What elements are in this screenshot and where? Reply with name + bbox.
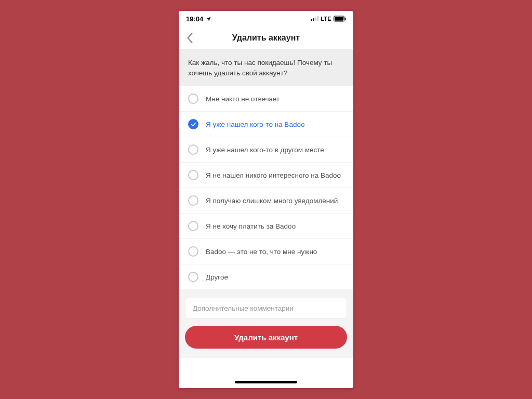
back-button[interactable]: [179, 26, 202, 49]
home-indicator: [179, 376, 353, 388]
reason-option[interactable]: Я получаю слишком много уведомлений: [179, 188, 353, 214]
svg-rect-5: [335, 17, 344, 20]
radio-selected-icon: [188, 119, 198, 129]
signal-icon: [311, 16, 318, 21]
status-bar: 19:04 LTE: [179, 11, 353, 26]
reason-label: Другое: [206, 273, 228, 281]
prompt-text: Как жаль, что ты нас покидаешь! Почему т…: [179, 49, 353, 86]
svg-rect-1: [313, 18, 314, 21]
radio-icon: [188, 94, 198, 104]
footer-area: Удалить аккаунт: [179, 289, 353, 358]
location-icon: [206, 16, 211, 22]
spacer: [179, 358, 353, 376]
reason-label: Мне никто не отвечает: [206, 95, 280, 103]
reason-label: Я уже нашел кого-то в другом месте: [206, 146, 324, 154]
radio-icon: [188, 246, 198, 257]
network-type: LTE: [321, 16, 331, 22]
nav-bar: Удалить аккаунт: [179, 26, 353, 49]
delete-account-button[interactable]: Удалить аккаунт: [185, 326, 347, 349]
phone-frame: 19:04 LTE: [179, 11, 353, 388]
comment-input[interactable]: [185, 298, 347, 318]
reason-option[interactable]: Badoo — это не то, что мне нужно: [179, 239, 353, 264]
reason-option[interactable]: Другое: [179, 264, 353, 289]
reason-label: Badoo — это не то, что мне нужно: [206, 248, 317, 256]
battery-icon: [334, 16, 346, 22]
page-title: Удалить аккаунт: [179, 33, 353, 43]
reason-label: Я не хочу платить за Badoo: [206, 222, 296, 230]
reason-option[interactable]: Я не хочу платить за Badoo: [179, 214, 353, 239]
radio-icon: [188, 272, 198, 282]
svg-rect-0: [311, 19, 312, 21]
reason-list: Мне никто не отвечаетЯ уже нашел кого-то…: [179, 86, 353, 289]
radio-icon: [188, 170, 198, 180]
reason-label: Я не нашел никого интересного на Badoo: [206, 171, 341, 179]
radio-icon: [188, 144, 198, 155]
reason-option[interactable]: Мне никто не отвечает: [179, 86, 353, 112]
svg-rect-3: [317, 16, 319, 21]
svg-rect-2: [315, 18, 316, 22]
reason-option[interactable]: Я уже нашел кого-то в другом месте: [179, 137, 353, 163]
reason-option[interactable]: Я уже нашел кого-то на Badoo: [179, 112, 353, 137]
reason-option[interactable]: Я не нашел никого интересного на Badoo: [179, 163, 353, 188]
svg-rect-6: [345, 18, 346, 20]
reason-label: Я уже нашел кого-то на Badoo: [206, 121, 304, 128]
status-time: 19:04: [186, 15, 203, 23]
radio-icon: [188, 221, 198, 231]
reason-label: Я получаю слишком много уведомлений: [206, 197, 338, 205]
radio-icon: [188, 195, 198, 206]
